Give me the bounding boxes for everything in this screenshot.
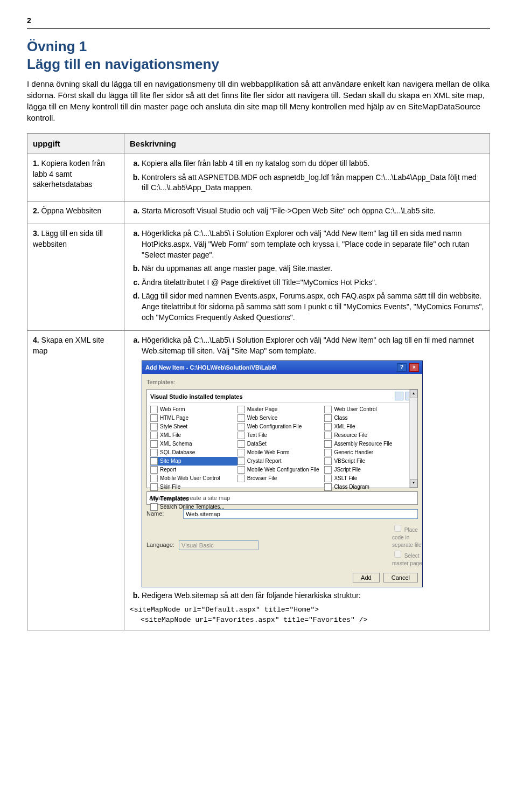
- file-icon: [237, 466, 245, 474]
- dialog-body: Templates: Visual Studio installed templ…: [142, 374, 422, 587]
- file-icon: [237, 449, 245, 456]
- substep-list: Kopiera alla filer från labb 4 till en n…: [130, 158, 484, 193]
- desc-cell: Kopiera alla filer från labb 4 till en n…: [124, 154, 490, 202]
- file-icon: [237, 406, 245, 413]
- my-templates-header: My Templates: [150, 495, 414, 503]
- file-icon: [150, 414, 158, 422]
- substep: När du uppmanas att ange master page, vä…: [142, 263, 484, 274]
- file-icon: [150, 483, 158, 491]
- add-button[interactable]: Add: [353, 573, 380, 582]
- file-icon: [324, 432, 332, 439]
- substep: Kontrolers så att ASPNETDB.MDF och aspne…: [142, 172, 484, 193]
- substep: Ändra titelattributet I @ Page direktive…: [142, 277, 484, 288]
- template-item[interactable]: SQL Database: [150, 448, 237, 457]
- file-icon: [324, 406, 332, 413]
- master-page-checkbox: Select master page: [392, 549, 424, 567]
- template-item[interactable]: Mobile Web Configuration File: [237, 466, 325, 474]
- template-item[interactable]: DataSet: [237, 440, 325, 448]
- template-item[interactable]: Resource File: [324, 431, 411, 440]
- help-icon[interactable]: ?: [397, 363, 407, 372]
- substep: Högerklicka på C:\...\Lab5\ i Solution E…: [142, 228, 484, 260]
- substep-text: Högerklicka på C:\...\Lab5\ i Solution E…: [142, 336, 474, 355]
- file-icon: [237, 440, 245, 448]
- file-icon: [324, 483, 332, 491]
- template-item[interactable]: Text File: [237, 431, 325, 440]
- file-icon: [150, 440, 158, 448]
- template-item[interactable]: Class Diagram: [324, 483, 411, 491]
- scroll-down-icon[interactable]: ▾: [410, 479, 417, 488]
- intro-paragraph: I denna övning skall du lägga till en na…: [27, 78, 490, 123]
- installed-templates-header: Visual Studio installed templates: [150, 393, 414, 403]
- task-title: Lägg till en sida till webbsiten: [33, 229, 103, 248]
- language-row: Language: Place code in separate file Se…: [146, 523, 418, 567]
- template-item[interactable]: Assembly Resource File: [324, 440, 411, 448]
- checkbox-icon: [394, 551, 401, 558]
- template-item[interactable]: Mobile Web User Control: [150, 474, 237, 483]
- scroll-up-icon[interactable]: ▴: [410, 390, 417, 398]
- template-item[interactable]: JScript File: [324, 466, 411, 474]
- file-icon: [237, 414, 245, 422]
- task-number: 4.: [33, 336, 39, 344]
- dialog-title-text: Add New Item - C:\HOL\Web\Solution\VB\La…: [145, 364, 277, 372]
- header-desc: Beskrivning: [124, 134, 490, 154]
- template-item-selected[interactable]: Site Map: [150, 457, 237, 466]
- template-item[interactable]: Master Page: [237, 405, 325, 414]
- substep: Högerklicka på C:\...\Lab5\ i Solution E…: [142, 335, 484, 587]
- template-item[interactable]: Browser File: [237, 474, 325, 483]
- file-icon: [324, 440, 332, 448]
- template-item[interactable]: Web Form: [150, 405, 237, 414]
- task-title: Kopiera koden från labb 4 samt säkerhets…: [33, 159, 105, 189]
- template-item[interactable]: XSLT File: [324, 474, 411, 483]
- template-item[interactable]: XML File: [324, 422, 411, 431]
- templates-pane: Visual Studio installed templates Web Fo…: [146, 389, 418, 488]
- task-number: 3.: [33, 229, 39, 238]
- header-task: uppgift: [27, 134, 124, 154]
- task-cell: 2. Öppna Webbsiten: [27, 201, 124, 224]
- search-online-item[interactable]: Search Online Templates...: [150, 503, 414, 511]
- substep: Starta Microsoft Visual Studio och välj …: [142, 206, 484, 217]
- template-item[interactable]: Skin File: [150, 483, 237, 491]
- table-header-row: uppgift Beskrivning: [27, 134, 490, 154]
- close-icon[interactable]: ×: [409, 363, 419, 372]
- large-icons-icon[interactable]: [395, 392, 403, 400]
- language-label: Language:: [146, 541, 174, 549]
- template-item[interactable]: Style Sheet: [150, 422, 237, 431]
- template-item[interactable]: Mobile Web Form: [237, 448, 325, 457]
- cancel-button[interactable]: Cancel: [383, 573, 418, 582]
- template-item[interactable]: VBScript File: [324, 457, 411, 466]
- template-item[interactable]: Generic Handler: [324, 448, 411, 457]
- file-icon: [324, 423, 332, 431]
- page-number: 2: [27, 16, 490, 25]
- templates-label: Templates:: [146, 378, 418, 386]
- template-item[interactable]: Web Configuration File: [237, 422, 325, 431]
- substep-list: Högerklicka på C:\...\Lab5\ i Solution E…: [130, 335, 484, 601]
- file-icon: [150, 457, 158, 465]
- template-item[interactable]: XML Schema: [150, 440, 237, 448]
- template-item[interactable]: HTML Page: [150, 414, 237, 422]
- template-item[interactable]: XML File: [150, 431, 237, 440]
- scrollbar[interactable]: ▴ ▾: [409, 390, 417, 488]
- desc-cell: Högerklicka på C:\...\Lab5\ i Solution E…: [124, 224, 490, 331]
- file-icon: [324, 414, 332, 422]
- template-item[interactable]: Web Service: [237, 414, 325, 422]
- table-row: 1. Kopiera koden från labb 4 samt säkerh…: [27, 154, 490, 202]
- task-cell: 1. Kopiera koden från labb 4 samt säkerh…: [27, 154, 124, 202]
- table-row: 4. Skapa en XML site map Högerklicka på …: [27, 331, 490, 630]
- file-icon: [237, 457, 245, 465]
- file-icon: [324, 449, 332, 456]
- file-icon: [237, 423, 245, 431]
- template-item[interactable]: Class: [324, 414, 411, 422]
- substep-list: Starta Microsoft Visual Studio och välj …: [130, 206, 484, 217]
- search-icon: [150, 503, 158, 511]
- task-cell: 4. Skapa en XML site map: [27, 331, 124, 630]
- template-item[interactable]: Crystal Report: [237, 457, 325, 466]
- heading: Övning 1: [27, 38, 490, 55]
- template-item[interactable]: Web User Control: [324, 405, 411, 414]
- template-item[interactable]: Report: [150, 466, 237, 474]
- task-title: Skapa en XML site map: [33, 336, 104, 355]
- file-icon: [237, 432, 245, 439]
- subtitle: Lägg till en navigationsmeny: [27, 56, 490, 73]
- task-number: 1.: [33, 159, 39, 168]
- file-icon: [324, 457, 332, 465]
- template-grid: Web Form HTML Page Style Sheet XML File …: [150, 405, 414, 491]
